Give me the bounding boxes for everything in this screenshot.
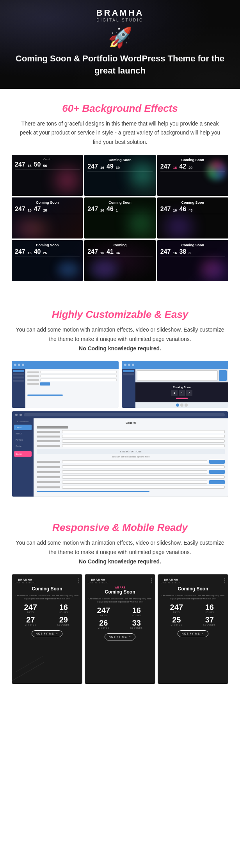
al-sidebar-btn-1[interactable] <box>209 460 225 464</box>
mobile-count-num-11: 25 <box>161 616 192 624</box>
admin-blue-btn-left[interactable] <box>40 382 50 386</box>
form-input-2[interactable] <box>40 375 117 377</box>
mobile-count-label-7: MINUTES <box>88 627 119 629</box>
nav-dot-1[interactable] <box>176 404 179 407</box>
admin-top-bar <box>12 361 119 369</box>
sidebar-row-1 <box>37 460 225 464</box>
al-sidebar-input-1[interactable] <box>62 460 207 463</box>
al-input-3[interactable] <box>62 435 225 438</box>
sidebar-item-portfolio[interactable] <box>13 377 24 378</box>
sidebar-portfolio-item[interactable]: Portfolio <box>14 437 32 443</box>
hero-logo-text: BRAMHA <box>8 8 232 18</box>
al-input-4[interactable] <box>62 439 225 443</box>
mobile-notify-btn-2[interactable]: NOTIFY ME ↗ <box>105 633 136 640</box>
mobile-count-label-10: HOURS <box>194 611 226 613</box>
mobile-count-label-4: SECONDS <box>48 624 80 626</box>
mobile-logo-1: BRAMHA DIGITAL STUDIO <box>15 578 36 584</box>
mobile-days-1: 247 DAYS <box>15 603 46 613</box>
admin-dot-r1 <box>124 364 126 366</box>
glow-galaxy <box>90 260 117 279</box>
sidebar-about-text: ABOUT <box>16 432 22 435</box>
admin-large-content-area: General <box>34 418 228 497</box>
nav-dot-2[interactable] <box>180 404 183 407</box>
preview-card-4: Coming Soon 247 16 47 28 <box>12 197 83 239</box>
al-sidebar-input-6[interactable] <box>62 486 225 489</box>
al-sidebar-input-5[interactable] <box>62 481 207 484</box>
mobile-notify-btn-3[interactable]: NOTIFY ME ↗ <box>178 630 209 637</box>
form-input-3[interactable] <box>40 378 117 381</box>
form-input-1[interactable] <box>40 371 117 373</box>
mobile-header-2: BRAMHA DIGITAL STUDIO <box>88 578 152 584</box>
mobile-minutes-2: 26 MINUTES <box>88 619 119 629</box>
al-sidebar-btn-5[interactable] <box>209 480 225 484</box>
sidebar-active-item[interactable]: Source <box>14 451 32 457</box>
glow-purple <box>165 215 192 239</box>
hero-section: BRAMHA DIGITAL STUDIO 🚀 Coming Soon & Po… <box>0 0 240 89</box>
form-label-3 <box>27 379 39 381</box>
al-sidebar-input-2[interactable] <box>62 465 225 468</box>
pc-numbers-7: 247 16 40 25 <box>15 249 80 255</box>
al-sidebar-btn-3[interactable] <box>209 470 225 474</box>
mobile-count-label-12: SECONDS <box>194 624 226 626</box>
pc-num-1: 247 <box>15 161 25 168</box>
al-sidebar-input-3[interactable] <box>62 470 207 473</box>
responsive-description: You can add some motion with animation e… <box>15 538 226 566</box>
mobile-notify-btn-1[interactable]: NOTIFY ME ↗ <box>32 630 63 637</box>
form-label-1 <box>27 371 39 373</box>
form-row-1 <box>27 371 117 373</box>
preview-card-3: Coming Soon 247 16 42 29 <box>157 155 228 196</box>
mobile-dots-1 <box>78 578 79 583</box>
admin-dot-1 <box>14 364 16 366</box>
sidebar-contact-item[interactable]: Contact <box>14 443 32 449</box>
preview-coming-soon-text: Coming Soon 2 4 7 <box>171 386 192 399</box>
mobile-count-num-5: 247 <box>88 606 119 614</box>
customizable-section: Highly Customizable & Easy You can add s… <box>0 295 240 508</box>
sidebar-layout-item[interactable]: Layout <box>14 425 32 430</box>
sidebar-about-item[interactable]: ABOUT <box>14 431 32 436</box>
address-bar[interactable] <box>24 413 225 416</box>
bg-effects-description: There are tons of graceful designs in th… <box>15 119 226 147</box>
form-label-2 <box>27 375 39 377</box>
al-label-2 <box>37 431 60 433</box>
mobile-count-num-10: 16 <box>194 603 226 611</box>
pc-numbers-2: 247 16 49 39 <box>87 163 152 170</box>
sidebar-item-layout[interactable] <box>13 370 24 372</box>
sidebar-section-header: SIDEBAR OPTIONS <box>37 449 225 454</box>
al-sidebar-label-2 <box>37 466 60 468</box>
mobile-desc-3: Our website is under construction. We ar… <box>161 594 225 601</box>
sidebar-item-r1[interactable] <box>123 370 134 372</box>
mobile-count-label-8: SECONDS <box>121 627 153 629</box>
mobile-desc-1: Our website is under construction. We ar… <box>15 594 79 601</box>
preview-form-btn[interactable] <box>219 370 227 381</box>
sidebar-row-2 <box>37 465 225 468</box>
mobile-counter-bottom-2: 26 MINUTES 33 SECONDS <box>88 619 152 629</box>
al-sidebar-input-4[interactable] <box>62 475 225 479</box>
sidebar-active-text: Source <box>16 453 22 455</box>
notify-arrow-icon-3: ↗ <box>201 632 204 635</box>
sidebar-row-4 <box>37 475 225 479</box>
admin-screenshots: Coming Soon 2 4 7 <box>12 361 228 408</box>
sidebar-row-5 <box>37 480 225 484</box>
sidebar-row-3 <box>37 470 225 474</box>
hero-rocket-icon: 🚀 <box>8 26 232 49</box>
sidebar-item-r2[interactable] <box>123 373 134 375</box>
admin-large-top-bar <box>12 411 228 418</box>
mobile-hours-1: 16 HOURS <box>48 603 80 613</box>
preview-card-2: Coming Soon 247 16 49 39 <box>84 155 155 196</box>
mobile-dots-2 <box>151 578 152 583</box>
mobile-dots-3 <box>224 578 225 583</box>
al-input-2[interactable] <box>62 430 225 433</box>
mobile-count-num-7: 26 <box>88 619 119 627</box>
al-input-5[interactable] <box>62 444 225 447</box>
nav-dot-3[interactable] <box>185 404 188 407</box>
preview-grid: Comin 247 16 50 56 Coming Soon 247 16 49… <box>12 155 228 281</box>
admin-dot-3 <box>22 364 24 366</box>
mobile-logo-3: BRAMHA DIGITAL STUDIO <box>161 578 181 584</box>
sidebar-section-label: ■ Dashboard <box>14 420 32 423</box>
notify-arrow-icon-2: ↗ <box>128 635 131 638</box>
sidebar-item-about[interactable] <box>13 373 24 375</box>
mobile-seconds-1: 29 SECONDS <box>48 616 80 626</box>
sidebar-item-contact[interactable] <box>13 380 24 382</box>
large-form-row-3 <box>37 435 225 438</box>
preview-form-area <box>135 369 229 382</box>
